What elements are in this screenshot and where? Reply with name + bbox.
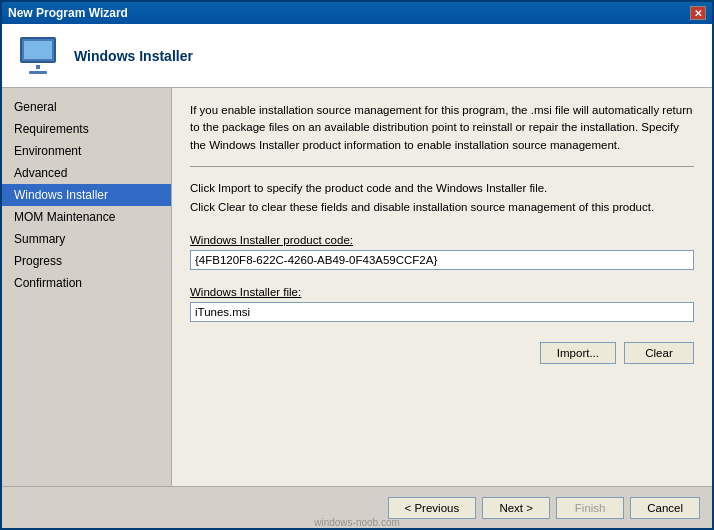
finish-button[interactable]: Finish bbox=[556, 497, 624, 519]
monitor-icon bbox=[20, 37, 56, 63]
info-description: If you enable installation source manage… bbox=[190, 102, 694, 167]
sidebar-item-mom-maintenance[interactable]: MOM Maintenance bbox=[2, 206, 171, 228]
action-buttons: Import... Clear bbox=[190, 342, 694, 364]
sidebar-item-requirements[interactable]: Requirements bbox=[2, 118, 171, 140]
footer: < Previous Next > Finish Cancel bbox=[2, 486, 712, 528]
product-code-group: Windows Installer product code: bbox=[190, 234, 694, 270]
header: Windows Installer bbox=[2, 24, 712, 88]
clear-button[interactable]: Clear bbox=[624, 342, 694, 364]
file-label: Windows Installer file: bbox=[190, 286, 694, 298]
previous-button[interactable]: < Previous bbox=[388, 497, 477, 519]
next-button[interactable]: Next > bbox=[482, 497, 550, 519]
sidebar-item-summary[interactable]: Summary bbox=[2, 228, 171, 250]
sidebar-item-confirmation[interactable]: Confirmation bbox=[2, 272, 171, 294]
header-title: Windows Installer bbox=[74, 48, 193, 64]
header-icon bbox=[14, 32, 62, 80]
product-code-input[interactable] bbox=[190, 250, 694, 270]
sidebar-item-general[interactable]: General bbox=[2, 96, 171, 118]
sidebar-item-advanced[interactable]: Advanced bbox=[2, 162, 171, 184]
import-button[interactable]: Import... bbox=[540, 342, 616, 364]
file-input[interactable] bbox=[190, 302, 694, 322]
main-panel: If you enable installation source manage… bbox=[172, 88, 712, 486]
file-group: Windows Installer file: bbox=[190, 286, 694, 322]
main-window: New Program Wizard ✕ Windows Installer G… bbox=[0, 0, 714, 530]
cancel-button[interactable]: Cancel bbox=[630, 497, 700, 519]
content-area: General Requirements Environment Advance… bbox=[2, 88, 712, 486]
title-bar: New Program Wizard ✕ bbox=[2, 2, 712, 24]
product-code-label: Windows Installer product code: bbox=[190, 234, 694, 246]
click-instructions: Click Import to specify the product code… bbox=[190, 179, 694, 218]
sidebar-item-progress[interactable]: Progress bbox=[2, 250, 171, 272]
close-button[interactable]: ✕ bbox=[690, 6, 706, 20]
sidebar: General Requirements Environment Advance… bbox=[2, 88, 172, 486]
sidebar-item-windows-installer[interactable]: Windows Installer bbox=[2, 184, 171, 206]
window-title: New Program Wizard bbox=[8, 6, 128, 20]
clear-instruction: Click Clear to clear these fields and di… bbox=[190, 198, 694, 218]
sidebar-item-environment[interactable]: Environment bbox=[2, 140, 171, 162]
import-instruction: Click Import to specify the product code… bbox=[190, 179, 694, 199]
